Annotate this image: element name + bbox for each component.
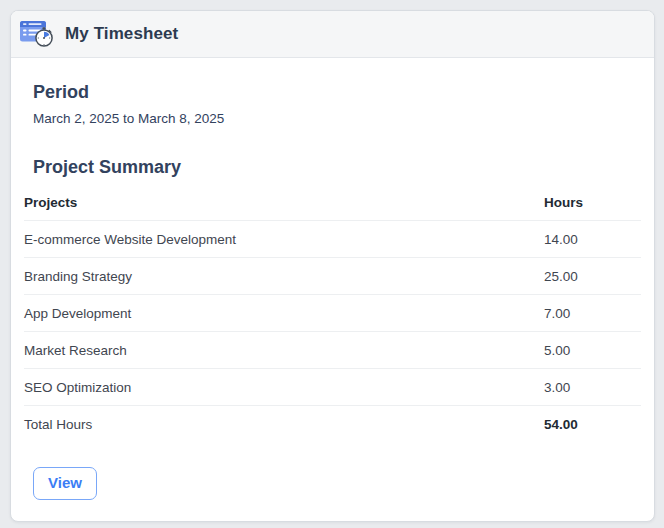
project-hours-cell: 25.00 [544, 258, 641, 295]
page-title: My Timesheet [65, 24, 178, 44]
total-row: Total Hours 54.00 [24, 406, 641, 443]
project-name-cell: Market Research [24, 332, 544, 369]
project-rows: E-commerce Website Development 14.00 Bra… [24, 221, 641, 406]
table-row: Branding Strategy 25.00 [24, 258, 641, 295]
project-name-cell: Branding Strategy [24, 258, 544, 295]
period-date-range: March 2, 2025 to March 8, 2025 [33, 111, 641, 126]
total-hours-cell: 54.00 [544, 406, 641, 443]
timesheet-stopwatch-icon [19, 18, 55, 50]
project-hours-cell: 5.00 [544, 332, 641, 369]
project-name-cell: App Development [24, 295, 544, 332]
project-name-cell: SEO Optimization [24, 369, 544, 406]
project-summary-heading: Project Summary [33, 157, 641, 178]
timesheet-card: My Timesheet Period March 2, 2025 to Mar… [10, 10, 655, 522]
projects-column-header: Projects [24, 184, 544, 221]
table-row: SEO Optimization 3.00 [24, 369, 641, 406]
project-hours-cell: 14.00 [544, 221, 641, 258]
project-hours-cell: 3.00 [544, 369, 641, 406]
project-name-cell: E-commerce Website Development [24, 221, 544, 258]
card-body: Period March 2, 2025 to March 8, 2025 Pr… [11, 82, 654, 500]
project-summary-table: Projects Hours E-commerce Website Develo… [24, 184, 641, 442]
project-hours-cell: 7.00 [544, 295, 641, 332]
table-row: App Development 7.00 [24, 295, 641, 332]
table-row: E-commerce Website Development 14.00 [24, 221, 641, 258]
total-label-cell: Total Hours [24, 406, 544, 443]
table-row: Market Research 5.00 [24, 332, 641, 369]
view-button[interactable]: View [33, 467, 97, 500]
period-heading: Period [33, 82, 641, 103]
hours-column-header: Hours [544, 184, 641, 221]
card-header: My Timesheet [11, 11, 654, 58]
table-header-row: Projects Hours [24, 184, 641, 221]
